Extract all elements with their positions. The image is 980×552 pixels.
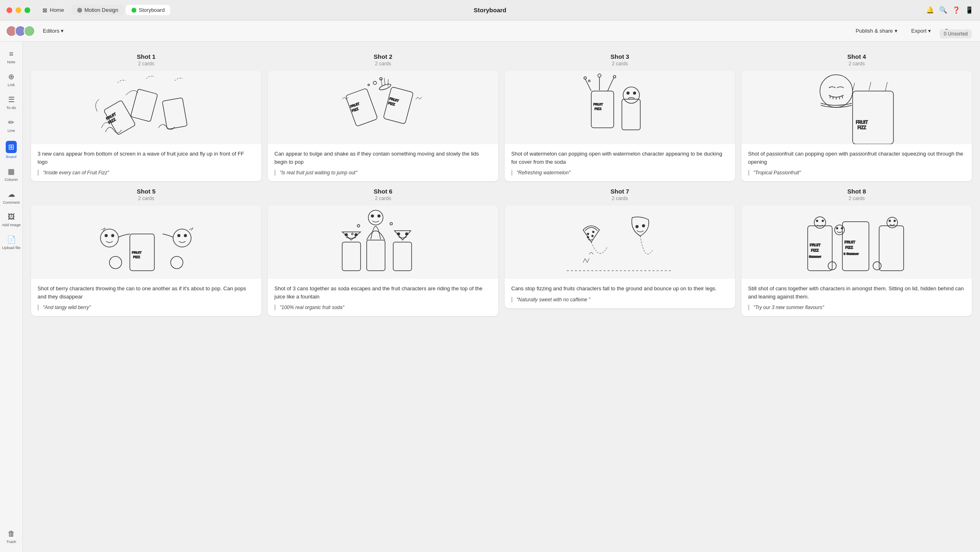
- tab-storyboard-label: Storyboard: [139, 7, 165, 13]
- shot-3-card[interactable]: FRUIT FIZZ: [505, 71, 735, 181]
- sidebar-item-board[interactable]: ⊞ Board: [0, 138, 22, 162]
- shot-8-card[interactable]: FRUIT FIZZ Summer FRUIT FIZZ 3 Summer: [742, 205, 972, 316]
- shot-group-3: Shot 3 2 cards FRUIT FIZZ: [505, 53, 735, 181]
- shot-3-cards: 2 cards: [505, 61, 735, 67]
- shot-7-header: Shot 7 2 cards: [505, 188, 735, 201]
- tab-storyboard[interactable]: Storyboard: [126, 5, 171, 15]
- svg-point-24: [613, 76, 616, 78]
- tab-home[interactable]: ⊠ Home: [37, 5, 70, 16]
- shot-5-card[interactable]: FRUIT FIZZ: [31, 205, 261, 316]
- shot-3-quote: "Refreshing watermelon": [511, 170, 728, 176]
- svg-rect-42: [367, 240, 385, 271]
- svg-rect-43: [393, 242, 412, 271]
- svg-point-46: [355, 234, 357, 236]
- shot-8-body: Still shot of cans together with charact…: [742, 279, 972, 316]
- shot-1-card[interactable]: FRUIT FIZZ: [31, 71, 261, 181]
- svg-point-61: [642, 225, 645, 227]
- tab-bar: ⊠ Home Motion Design Storyboard: [37, 5, 170, 16]
- shot-4-card[interactable]: FRUIT FIZZ: [742, 71, 972, 181]
- titlebar: ⊠ Home Motion Design Storyboard Storyboa…: [0, 0, 980, 20]
- shot-group-2: Shot 2 2 cards FRUIT FIZZ FRUIT: [268, 53, 498, 181]
- shot-7-cards: 2 cards: [505, 196, 735, 201]
- svg-point-51: [371, 215, 374, 217]
- svg-point-77: [887, 217, 898, 228]
- publish-share-button[interactable]: Publish & share ▾: [851, 25, 902, 36]
- sidebar: ≡ Note ⊕ Link ☰ To-do ✏ Line ⊞ Board ▦ C…: [0, 42, 23, 552]
- shot-3-desc: Shot of watermelon can popping open with…: [511, 150, 728, 166]
- traffic-lights: [7, 7, 30, 13]
- shot-8-quote: "Try our 3 new summer flavours": [748, 305, 965, 310]
- device-icon[interactable]: 📱: [965, 6, 973, 14]
- shot-1-title: Shot 1: [31, 53, 261, 60]
- svg-point-55: [352, 233, 353, 235]
- svg-point-59: [592, 235, 593, 237]
- close-button[interactable]: [7, 7, 12, 13]
- shot-6-quote: "100% real organic fruit soda": [274, 305, 492, 310]
- shot-2-card[interactable]: FRUIT FIZZ FRUIT FIZZ: [268, 71, 498, 181]
- shot-5-header: Shot 5 2 cards: [31, 188, 261, 201]
- column-icon: ▦: [8, 167, 15, 176]
- shot-6-header: Shot 6 2 cards: [268, 188, 498, 201]
- toolbar-left: Editors ▾: [8, 25, 844, 37]
- svg-point-73: [822, 220, 824, 222]
- svg-text:FRUIT: FRUIT: [593, 102, 603, 106]
- svg-point-40: [171, 256, 183, 269]
- shot-2-image: FRUIT FIZZ FRUIT FIZZ: [268, 71, 498, 144]
- sidebar-item-upload-file[interactable]: 📄 Upload file: [0, 232, 22, 253]
- help-icon[interactable]: ❓: [952, 6, 960, 14]
- svg-point-57: [592, 231, 594, 233]
- svg-rect-70: [879, 226, 904, 271]
- svg-text:FRUIT: FRUIT: [856, 120, 868, 125]
- sidebar-item-note[interactable]: ≡ Note: [0, 47, 22, 67]
- sidebar-item-link[interactable]: ⊕ Link: [0, 69, 22, 90]
- svg-point-75: [836, 227, 838, 229]
- sidebar-item-todo[interactable]: ☰ To-do: [0, 92, 22, 113]
- shot-group-8: Shot 8 2 cards FRUIT FIZZ Summer: [742, 188, 972, 316]
- shot-1-quote: "Inside every can of Fruit Fizz": [38, 170, 255, 176]
- svg-point-76: [841, 227, 843, 229]
- sidebar-item-column[interactable]: ▦ Column: [0, 164, 22, 185]
- svg-rect-3: [131, 89, 158, 122]
- svg-point-36: [173, 229, 191, 247]
- search-icon[interactable]: 🔍: [939, 6, 947, 14]
- svg-text:FIZZ: FIZZ: [133, 255, 140, 259]
- shot-7-title: Shot 7: [505, 188, 735, 195]
- shot-2-body: Can appear to bulge and shake as if they…: [268, 144, 498, 181]
- shot-4-title: Shot 4: [742, 53, 972, 60]
- todo-icon: ☰: [8, 95, 15, 104]
- shot-5-quote: "And tangy wild berry": [38, 305, 255, 310]
- sidebar-item-line[interactable]: ✏ Line: [0, 115, 22, 136]
- shot-6-image: [268, 205, 498, 279]
- shot-3-image: FRUIT FIZZ: [505, 71, 735, 144]
- titlebar-actions: 🔔 🔍 ❓ 📱: [926, 6, 973, 14]
- svg-point-54: [390, 223, 392, 225]
- shot-6-body: Shot of 3 cans together as soda escapes …: [268, 279, 498, 316]
- trash-icon: 🗑: [8, 530, 15, 538]
- shot-1-cards: 2 cards: [31, 61, 261, 67]
- fullscreen-button[interactable]: [24, 7, 30, 13]
- sidebar-comment-label: Comment: [3, 200, 20, 205]
- tab-motion-label: Motion Design: [85, 7, 118, 13]
- svg-point-29: [820, 75, 853, 107]
- shot-1-body: 3 new cans appear from bottom of screen …: [31, 144, 261, 181]
- shot-group-4: Shot 4 2 cards FRUIT FIZZ: [742, 53, 972, 181]
- shot-5-image: FRUIT FIZZ: [31, 205, 261, 279]
- shot-3-title: Shot 3: [505, 53, 735, 60]
- notifications-icon[interactable]: 🔔: [926, 6, 934, 14]
- shot-7-card[interactable]: Cans stop fizzing and fruits characters …: [505, 205, 735, 308]
- svg-point-14: [368, 84, 370, 86]
- sidebar-item-add-image[interactable]: 🖼 Add Image: [0, 209, 22, 230]
- editors-button[interactable]: Editors ▾: [38, 25, 68, 36]
- shot-3-body: Shot of watermelon can popping open with…: [505, 144, 735, 181]
- svg-point-34: [105, 234, 107, 237]
- board-icon: ⊞: [6, 141, 17, 153]
- svg-text:FRUIT: FRUIT: [350, 102, 360, 109]
- export-button[interactable]: Export ▾: [907, 25, 936, 36]
- shot-8-header: Shot 8 2 cards: [742, 188, 972, 201]
- sidebar-item-trash[interactable]: 🗑 Trash: [7, 526, 16, 547]
- tab-motion-design[interactable]: Motion Design: [71, 5, 124, 15]
- minimize-button[interactable]: [16, 7, 21, 13]
- sidebar-item-comment[interactable]: ☁ Comment: [0, 187, 22, 208]
- shot-8-desc: Still shot of cans together with charact…: [748, 285, 965, 300]
- shot-6-card[interactable]: Shot of 3 cans together as soda escapes …: [268, 205, 498, 316]
